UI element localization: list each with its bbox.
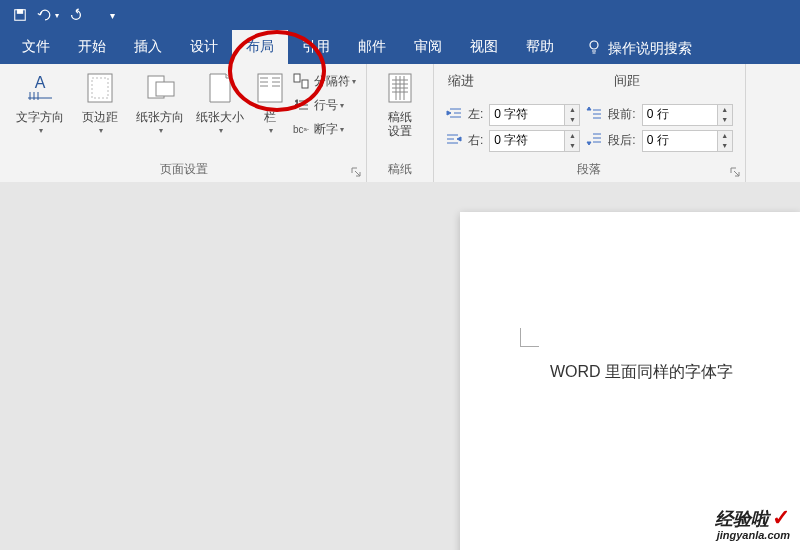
manuscript-icon [384, 72, 416, 104]
spacing-before-label: 段前: [608, 106, 635, 123]
check-icon: ✓ [772, 505, 790, 530]
indent-right-field[interactable]: ▲▼ [489, 130, 580, 152]
svg-rect-16 [302, 80, 308, 88]
spin-up-icon[interactable]: ▲ [718, 131, 732, 141]
customize-qat-icon[interactable]: ▾ [100, 3, 124, 27]
spacing-after-icon [586, 132, 602, 149]
tab-view[interactable]: 视图 [456, 30, 512, 64]
page-setup-launcher-icon[interactable] [350, 166, 362, 178]
tab-layout[interactable]: 布局 [232, 30, 288, 64]
breaks-icon [292, 72, 310, 90]
tell-me-search[interactable]: 操作说明搜索 [576, 33, 702, 64]
tab-help[interactable]: 帮助 [512, 30, 568, 64]
group-paragraph: 缩进 间距 左: ▲▼ 段前: ▲▼ 右: ▲▼ 段后: ▲▼ 段落 [434, 64, 746, 182]
margin-corner-mark [520, 328, 539, 347]
group-page-setup: A 文字方向▾ 页边距▾ 纸张方向▾ 纸张大小▾ 栏▾ [0, 64, 367, 182]
watermark-url: jingyanla.com [717, 529, 790, 541]
tab-mail[interactable]: 邮件 [344, 30, 400, 64]
spacing-after-label: 段后: [608, 132, 635, 149]
indent-left-input[interactable] [489, 104, 565, 126]
hyphenation-icon: bca- [292, 120, 310, 138]
save-icon[interactable] [8, 3, 32, 27]
svg-text:A: A [35, 74, 46, 91]
watermark-brand: 经验啦 [715, 509, 769, 529]
page-size-icon [204, 72, 236, 104]
tab-references[interactable]: 引用 [288, 30, 344, 64]
text-direction-button[interactable]: A 文字方向▾ [10, 68, 70, 142]
size-button[interactable]: 纸张大小▾ [190, 68, 250, 142]
orientation-icon [144, 72, 176, 104]
spin-up-icon[interactable]: ▲ [718, 105, 732, 115]
spacing-before-field[interactable]: ▲▼ [642, 104, 733, 126]
lightbulb-icon [586, 39, 602, 58]
spin-up-icon[interactable]: ▲ [565, 105, 579, 115]
spacing-before-icon [586, 106, 602, 123]
group-page-setup-label: 页面设置 [10, 161, 358, 180]
line-numbers-icon: 1 [292, 96, 310, 114]
orientation-button[interactable]: 纸张方向▾ [130, 68, 190, 142]
breaks-label: 分隔符 [314, 73, 350, 90]
tab-design[interactable]: 设计 [176, 30, 232, 64]
spacing-after-input[interactable] [642, 130, 718, 152]
document-page[interactable]: WORD 里面同样的字体字 [460, 212, 800, 550]
manuscript-label: 稿纸 设置 [388, 110, 412, 138]
orientation-label: 纸张方向 [136, 110, 184, 124]
margins-button[interactable]: 页边距▾ [70, 68, 130, 142]
indent-left-icon [446, 106, 462, 123]
svg-rect-15 [294, 74, 300, 82]
document-area[interactable]: WORD 里面同样的字体字 [0, 182, 800, 550]
indent-right-label: 右: [468, 132, 483, 149]
paragraph-launcher-icon[interactable] [729, 166, 741, 178]
spin-down-icon[interactable]: ▼ [565, 115, 579, 125]
tab-insert[interactable]: 插入 [120, 30, 176, 64]
tab-home[interactable]: 开始 [64, 30, 120, 64]
indent-header: 缩进 [448, 70, 474, 92]
margins-icon [84, 72, 116, 104]
margins-label: 页边距 [82, 110, 118, 124]
spin-up-icon[interactable]: ▲ [565, 131, 579, 141]
text-direction-label: 文字方向 [16, 110, 64, 124]
redo-icon[interactable] [64, 3, 88, 27]
group-manuscript-label: 稿纸 [375, 161, 425, 180]
svg-text:1: 1 [295, 99, 299, 106]
columns-label: 栏 [264, 110, 276, 124]
document-text[interactable]: WORD 里面同样的字体字 [550, 363, 733, 380]
undo-icon[interactable]: ▾ [36, 3, 60, 27]
hyphenation-button[interactable]: bca- 断字▾ [292, 120, 356, 138]
spin-down-icon[interactable]: ▼ [565, 141, 579, 151]
tab-review[interactable]: 审阅 [400, 30, 456, 64]
watermark: 经验啦 ✓ jingyanla.com [715, 511, 790, 542]
tab-file[interactable]: 文件 [8, 30, 64, 64]
spacing-after-field[interactable]: ▲▼ [642, 130, 733, 152]
indent-right-input[interactable] [489, 130, 565, 152]
spacing-before-input[interactable] [642, 104, 718, 126]
svg-point-2 [590, 41, 598, 49]
breaks-button[interactable]: 分隔符▾ [292, 72, 356, 90]
svg-rect-7 [156, 82, 174, 96]
line-numbers-button[interactable]: 1 行号▾ [292, 96, 356, 114]
tab-bar: 文件 开始 插入 设计 布局 引用 邮件 审阅 视图 帮助 操作说明搜索 [0, 30, 800, 64]
ribbon: A 文字方向▾ 页边距▾ 纸张方向▾ 纸张大小▾ 栏▾ [0, 64, 800, 183]
svg-rect-1 [17, 10, 22, 14]
indent-left-field[interactable]: ▲▼ [489, 104, 580, 126]
spin-down-icon[interactable]: ▼ [718, 115, 732, 125]
title-bar: ▾ ▾ [0, 0, 800, 30]
manuscript-button[interactable]: 稿纸 设置 [375, 68, 425, 142]
indent-left-label: 左: [468, 106, 483, 123]
indent-right-icon [446, 132, 462, 149]
hyphenation-label: 断字 [314, 121, 338, 138]
group-paragraph-label: 段落 [442, 161, 737, 180]
columns-icon [254, 72, 286, 104]
spacing-header: 间距 [614, 70, 640, 92]
columns-button[interactable]: 栏▾ [250, 68, 290, 142]
text-direction-icon: A [24, 72, 56, 104]
size-label: 纸张大小 [196, 110, 244, 124]
spin-down-icon[interactable]: ▼ [718, 141, 732, 151]
tell-me-label: 操作说明搜索 [608, 40, 692, 58]
line-numbers-label: 行号 [314, 97, 338, 114]
group-manuscript: 稿纸 设置 稿纸 [367, 64, 434, 182]
